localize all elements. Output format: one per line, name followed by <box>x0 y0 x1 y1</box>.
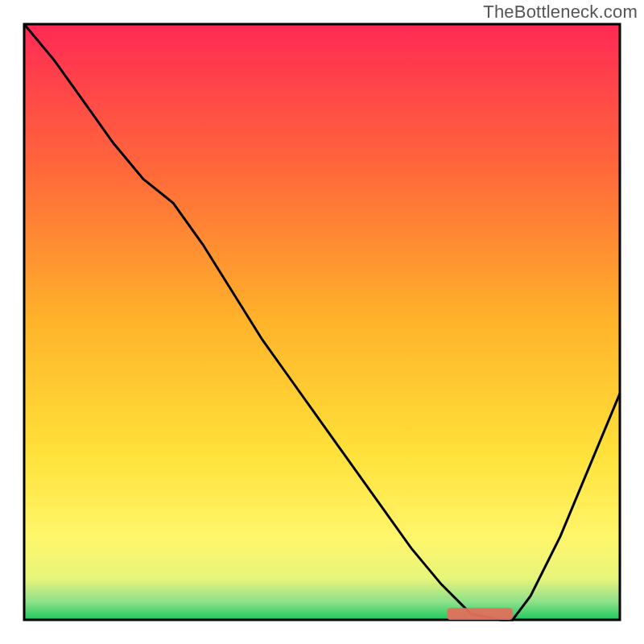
bottleneck-chart <box>0 0 644 644</box>
plot-background <box>24 24 620 620</box>
chart-container: TheBottleneck.com <box>0 0 644 644</box>
optimal-range-marker <box>447 608 512 620</box>
watermark-text: TheBottleneck.com <box>483 2 638 23</box>
